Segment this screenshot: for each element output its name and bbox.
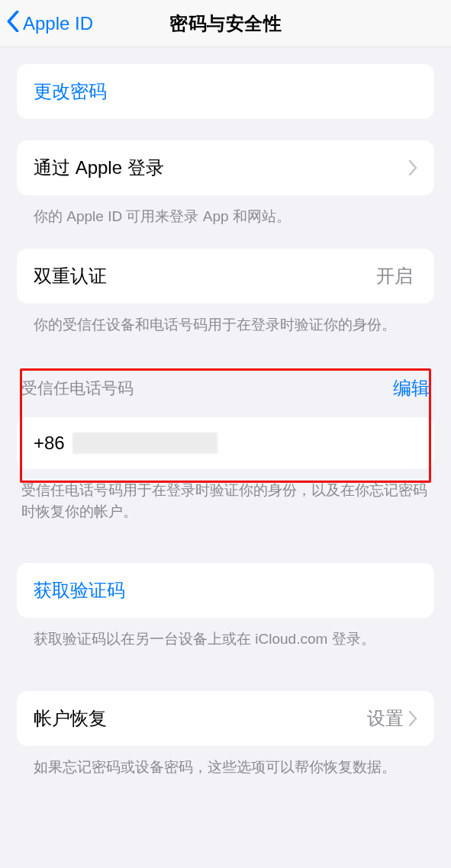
sign-in-with-apple-label: 通过 Apple 登录	[34, 156, 164, 180]
sign-in-with-apple-footer: 你的 Apple ID 可用来登录 App 和网站。	[17, 195, 434, 227]
trusted-phone-header: 受信任电话号码	[21, 378, 134, 399]
two-factor-label: 双重认证	[34, 264, 107, 288]
account-recovery-label: 帐户恢复	[34, 706, 107, 731]
sign-in-with-apple-row[interactable]: 通过 Apple 登录	[17, 140, 434, 195]
get-verification-code-label: 获取验证码	[34, 578, 125, 603]
account-recovery-footer: 如果忘记密码或设备密码，这些选项可以帮你恢复数据。	[17, 746, 434, 778]
change-password-row[interactable]: 更改密码	[17, 64, 434, 119]
chevron-left-icon	[6, 11, 20, 37]
back-label: Apple ID	[23, 13, 93, 34]
back-button[interactable]: Apple ID	[6, 0, 93, 47]
chevron-right-icon	[408, 160, 417, 175]
trusted-phone-prefix: +86	[34, 432, 65, 454]
trusted-phone-footer: 受信任电话号码用于在登录时验证你的身份，以及在你忘记密码时恢复你的帐户。	[17, 469, 434, 522]
get-verification-code-row[interactable]: 获取验证码	[17, 563, 434, 618]
account-recovery-value: 设置	[367, 706, 404, 731]
two-factor-footer: 你的受信任设备和电话号码用于在登录时验证你的身份。	[17, 304, 434, 336]
change-password-label: 更改密码	[34, 79, 107, 104]
trusted-phone-row[interactable]: +86	[17, 417, 434, 469]
trusted-phone-edit-button[interactable]: 编辑	[393, 376, 430, 400]
nav-bar: Apple ID 密码与安全性	[0, 0, 451, 47]
get-verification-code-footer: 获取验证码以在另一台设备上或在 iCloud.com 登录。	[17, 618, 434, 650]
chevron-right-icon	[408, 711, 417, 726]
content: 更改密码 通过 Apple 登录 你的 Apple ID 可用来登录 App 和…	[0, 64, 451, 777]
trusted-phone-redacted	[72, 432, 217, 454]
two-factor-row[interactable]: 双重认证 开启	[17, 249, 434, 304]
two-factor-value: 开启	[376, 264, 413, 288]
account-recovery-row[interactable]: 帐户恢复 设置	[17, 691, 434, 746]
trusted-phone-section: 受信任电话号码 编辑 +86 受信任电话号码用于在登录时验证你的身份，以及在你忘…	[0, 376, 451, 522]
